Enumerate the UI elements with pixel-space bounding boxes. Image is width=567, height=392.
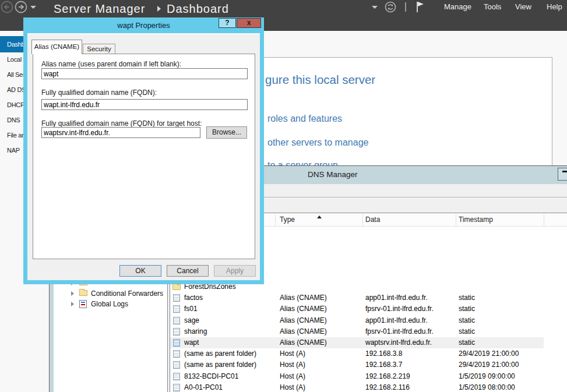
alias-name-input[interactable]: [41, 68, 248, 79]
table-row[interactable]: sage Alias (CNAME) app01.int-lfrd.edu.fr…: [170, 315, 544, 326]
record-icon: [173, 373, 180, 380]
record-icon: [173, 305, 180, 313]
table-row[interactable]: A0-01-PC01 Host (A) 192.168.2.116 1/5/20…: [170, 382, 544, 392]
target-fqdn-label: Fully qualified domain name (FQDN) for t…: [41, 119, 202, 128]
column-separator[interactable]: [544, 214, 544, 226]
refresh-icon[interactable]: [385, 1, 396, 13]
log-icon: [79, 300, 87, 308]
folder-icon: [172, 284, 181, 290]
tree-item-conditional-forwarders[interactable]: Conditional Forwarders: [54, 288, 167, 299]
minimize-button[interactable]: [558, 168, 567, 181]
tree-item-global-logs[interactable]: Global Logs: [54, 299, 167, 309]
welcome-heading: gure this local server: [265, 73, 375, 87]
header-separator: [405, 2, 406, 12]
help-button[interactable]: ?: [219, 18, 236, 28]
menu-help[interactable]: Help: [547, 2, 562, 12]
fqdn-input[interactable]: [41, 99, 248, 110]
table-row[interactable]: sharing Alias (CNAME) fpsrv-01.int-lfrd.…: [170, 326, 544, 337]
breadcrumb-server-manager[interactable]: Server Manager: [54, 1, 145, 17]
record-icon: [173, 294, 180, 302]
apply-button[interactable]: Apply: [214, 265, 256, 277]
tab-alias-cname[interactable]: Alias (CNAME): [31, 40, 82, 54]
menu-tools[interactable]: Tools: [484, 2, 501, 12]
column-separator[interactable]: [275, 214, 276, 226]
nav-dropdown-icon[interactable]: [30, 6, 36, 9]
dns-window-title: DNS Manager: [308, 170, 358, 179]
column-separator[interactable]: [362, 214, 363, 226]
column-header-timestamp[interactable]: Timestamp: [459, 216, 493, 224]
dialog-content: Alias (CNAME) Security Alias name (uses …: [27, 33, 260, 280]
table-row[interactable]: fs01 Alias (CNAME) fpsrv-01.int-lfrd.edu…: [170, 303, 544, 315]
tree-label: Global Logs: [91, 299, 128, 309]
tab-security[interactable]: Security: [83, 44, 115, 54]
breadcrumb-dashboard[interactable]: Dashboard: [167, 1, 229, 17]
expand-icon[interactable]: [71, 302, 74, 306]
record-icon: [173, 339, 180, 347]
wapt-properties-dialog: wapt Properties ? x Alias (CNAME) Securi…: [23, 17, 264, 284]
notifications-dropdown-icon[interactable]: [372, 6, 378, 9]
link-add-servers[interactable]: other servers to manage: [267, 137, 368, 148]
table-row[interactable]: factos Alias (CNAME) app01.int-lfrd.edu.…: [170, 292, 544, 303]
tree-label: Conditional Forwarders: [91, 288, 163, 299]
browse-button[interactable]: Browse...: [206, 126, 247, 139]
expand-icon[interactable]: [71, 291, 74, 296]
ok-button[interactable]: OK: [119, 265, 161, 277]
fqdn-label: Fully qualified domain name (FQDN):: [41, 89, 157, 97]
record-icon: [173, 361, 180, 369]
alias-name-label: Alias name (uses parent domain if left b…: [41, 60, 181, 68]
forward-icon[interactable]: [15, 1, 27, 13]
record-icon: [173, 350, 180, 358]
breadcrumb-chevron-icon: [157, 6, 161, 12]
column-separator[interactable]: [456, 214, 456, 226]
alias-tab-page: Alias name (uses parent domain if left b…: [33, 54, 255, 259]
menu-view[interactable]: View: [515, 2, 531, 12]
minimize-icon: [562, 171, 567, 172]
table-row[interactable]: (same as parent folder) Host (A) 192.168…: [170, 359, 544, 370]
sort-ascending-icon: [317, 216, 322, 218]
table-row[interactable]: 8132-BCDI-PC01 Host (A) 192.168.2.219 1/…: [170, 371, 544, 382]
close-button[interactable]: x: [237, 18, 261, 28]
column-header-type[interactable]: Type: [280, 216, 295, 224]
table-row[interactable]: (same as parent folder) Host (A) 192.168…: [170, 348, 544, 359]
cancel-button[interactable]: Cancel: [167, 265, 209, 277]
table-row-selected[interactable]: wapt Alias (CNAME) waptsrv.int-lfrd.edu.…: [170, 337, 544, 348]
target-fqdn-input[interactable]: [41, 127, 200, 138]
record-icon: [173, 317, 180, 324]
folder-icon: [79, 290, 87, 296]
link-add-roles-features[interactable]: roles and features: [267, 114, 342, 124]
flag-icon[interactable]: [416, 1, 424, 13]
record-icon: [173, 384, 180, 391]
menu-manage[interactable]: Manage: [444, 2, 471, 12]
record-icon: [173, 328, 180, 336]
back-icon[interactable]: [1, 1, 13, 13]
column-header-data[interactable]: Data: [365, 216, 380, 224]
